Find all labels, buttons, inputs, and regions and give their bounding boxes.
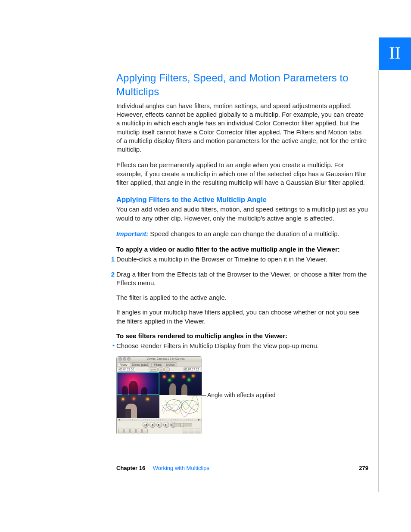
step-2: 2 Drag a filter from the Effects tab of … — [116, 270, 368, 288]
bullet-text: Choose Render Filters in Multiclip Displ… — [116, 342, 319, 349]
page-number: 279 — [359, 464, 368, 472]
keyframe-button[interactable] — [136, 429, 142, 433]
angle-2[interactable] — [159, 372, 202, 395]
callout-leader-line — [187, 395, 206, 396]
step-1: 1 Double-click a multiclip in the Browse… — [116, 255, 368, 264]
match-frame-button[interactable] — [142, 429, 148, 433]
viewer-ruler[interactable]: ◀ ▶ — [117, 418, 202, 421]
side-rule — [378, 70, 379, 492]
bullet-1: ▪ Choose Render Filters in Multiclip Dis… — [116, 342, 368, 350]
viewer-display-controls: 57% ⊞ ⌄ — [149, 367, 169, 372]
page-footer: Chapter 16 Working with Multiclips 279 — [116, 464, 368, 472]
overwrite-button[interactable] — [189, 429, 194, 433]
section-title: Applying Filters, Speed, and Motion Para… — [116, 71, 368, 99]
important-note: Important: Speed changes to an angle can… — [116, 230, 368, 238]
figure: Viewer: Camera 1-1 in Canvas Video Stere… — [116, 356, 368, 434]
task-heading-2: To see filters rendered to multiclip ang… — [116, 332, 368, 340]
step-text: Drag a filter from the Effects tab of th… — [116, 271, 367, 286]
grid-layout-popup[interactable]: ⊞ — [158, 367, 164, 372]
step-result-2: If angles in your multiclip have filters… — [116, 308, 368, 326]
important-label: Important: — [116, 230, 148, 237]
content-column: Applying Filters, Speed, and Motion Para… — [116, 71, 368, 434]
marker-button[interactable] — [130, 429, 136, 433]
tab-motion[interactable]: Motion — [164, 362, 177, 367]
step-number: 2 — [107, 270, 115, 279]
mark-in-button[interactable] — [118, 429, 124, 433]
step-back-button[interactable]: ◀ — [149, 422, 156, 428]
footer-left: Chapter 16 Working with Multiclips — [116, 464, 209, 472]
viewer-info-bar: 00:04:29:06 57% ⊞ ⌄ 01:07:17:22 — [117, 367, 202, 372]
play-button[interactable]: ▶ — [156, 422, 162, 428]
tab-filters[interactable]: Filters — [151, 362, 164, 367]
step-result-1: The filter is applied to the active angl… — [116, 293, 368, 302]
go-start-button[interactable]: |◀ — [143, 422, 149, 428]
chapter-label: Chapter 16 — [116, 465, 145, 471]
callout-text: Angle with effects applied — [207, 392, 276, 398]
part-tab: II — [379, 37, 411, 70]
step-text: Double-click a multiclip in the Browser … — [116, 255, 327, 263]
timecode-duration[interactable]: 00:04:29:06 — [118, 367, 135, 372]
view-options-popup[interactable]: ⌄ — [164, 367, 170, 372]
insert-button[interactable] — [183, 429, 188, 433]
subsection-paragraph-1: You can add video and audio filters, mot… — [116, 205, 368, 223]
shuttle-control[interactable] — [172, 423, 192, 426]
step-list: 1 Double-click a multiclip in the Browse… — [116, 255, 368, 287]
task-heading-1: To apply a video or audio filter to the … — [116, 245, 368, 254]
bullet-marker-icon: ▪ — [107, 341, 115, 350]
page: II Applying Filters, Speed, and Motion P… — [0, 0, 411, 532]
viewer-bottom-bar — [117, 428, 202, 434]
close-icon[interactable] — [118, 357, 122, 361]
replace-button[interactable] — [195, 429, 200, 433]
subsection-title: Applying Filters to the Active Multiclip… — [116, 195, 368, 204]
step-number: 1 — [107, 255, 115, 264]
zoom-icon[interactable] — [127, 357, 131, 361]
important-text: Speed changes to an angle can change the… — [148, 230, 339, 237]
section-paragraph-1: Individual angles can have filters, moti… — [116, 102, 368, 154]
bullet-list: ▪ Choose Render Filters in Multiclip Dis… — [116, 342, 368, 350]
minimize-icon[interactable] — [123, 357, 126, 361]
viewer-titlebar: Viewer: Camera 1-1 in Canvas — [117, 357, 202, 361]
figure-callout: Angle with effects applied — [207, 391, 276, 399]
viewer-title: Viewer: Camera 1-1 in Canvas — [131, 357, 200, 361]
tab-stereo[interactable]: Stereo (a1a2) — [130, 362, 152, 367]
tab-video[interactable]: Video — [118, 362, 130, 367]
angle-1[interactable] — [117, 372, 159, 395]
viewer-transport: |◀ ◀ ▶ ▶ ▶| — [117, 421, 202, 428]
step-fwd-button[interactable]: ▶ — [163, 422, 169, 428]
section-paragraph-2: Effects can be permanently applied to an… — [116, 161, 368, 187]
viewer-tabs: Video Stereo (a1a2) Filters Motion — [117, 361, 202, 367]
angle-4-effects[interactable] — [159, 395, 202, 418]
mark-out-button[interactable] — [124, 429, 130, 433]
chapter-title: Working with Multiclips — [153, 465, 209, 471]
timecode-current[interactable]: 01:07:17:22 — [183, 367, 200, 372]
svg-point-0 — [181, 400, 198, 414]
zoom-level-popup[interactable]: 57% — [149, 367, 157, 372]
angle-3[interactable] — [117, 395, 159, 418]
